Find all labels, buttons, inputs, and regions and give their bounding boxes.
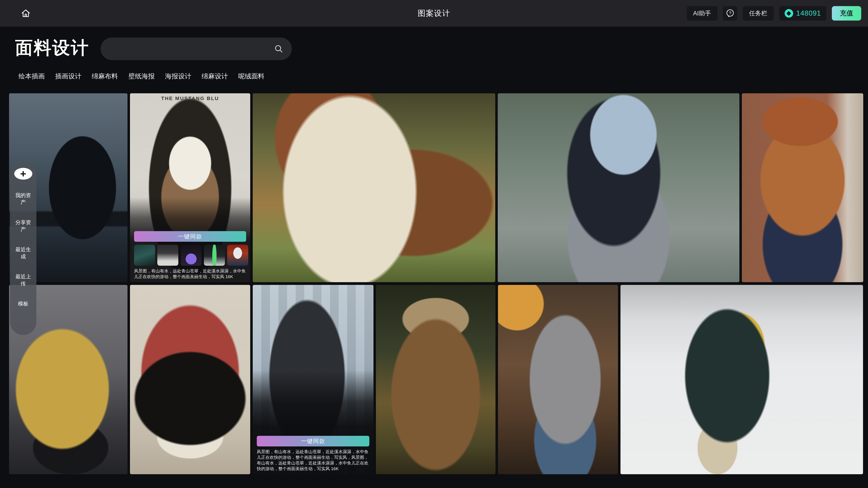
card-red-drape[interactable]: [130, 285, 250, 474]
sidebar-item-2[interactable]: 分享资产: [16, 219, 31, 233]
category-tabs: 绘本插画插画设计绵麻布料壁纸海报海报设计绵麻设计呢绒面料: [19, 72, 265, 81]
topbar-actions: AI助手 ? 任务栏 148091 充值: [687, 6, 861, 21]
coin-icon: [784, 9, 793, 18]
search-icon[interactable]: [274, 44, 284, 54]
page-title: 面料设计: [15, 36, 89, 60]
card-cowgirl[interactable]: [742, 93, 863, 282]
asset-sidebar: + 我的资产分享资产最近生成最近上传模板: [10, 162, 36, 335]
card-overlay: 一键同款风景图，有山有水，远处青山苍翠，近处溪水潺潺，水中鱼儿正在欢快的游动，整…: [134, 231, 246, 280]
image-gallery: THE MUSTANG BLU一键同款风景图，有山有水，远处青山苍翠，近处溪水潺…: [9, 93, 863, 477]
taskbar-button[interactable]: 任务栏: [743, 6, 774, 21]
search-box[interactable]: [101, 37, 292, 60]
sidebar-items: 我的资产分享资产最近生成最近上传模板: [16, 192, 31, 307]
photo-signage-text: THE MUSTANG BLU: [130, 96, 250, 101]
credits-badge[interactable]: 148091: [779, 6, 827, 21]
card-dark-coat-city[interactable]: 一键同款风景图，有山有水，远处青山苍翠，近处溪水潺潺，水中鱼儿正在欢快的游动，整…: [253, 285, 373, 474]
sidebar-item-4[interactable]: 最近上传: [16, 273, 31, 287]
help-icon: ?: [725, 8, 735, 18]
prompt-caption: 风景图，有山有水，远处青山苍翠，近处溪水潺潺，水中鱼儿正在欢快的游动，整个画面美…: [257, 449, 369, 471]
sidebar-item-3[interactable]: 最近生成: [16, 246, 31, 260]
tab-5[interactable]: 海报设计: [165, 72, 191, 81]
card-snow-scarf[interactable]: [620, 285, 863, 474]
prompt-caption: 风景图，有山有水，远处青山苍翠，近处溪水潺潺，水中鱼儿正在欢快的游动，整个画面美…: [134, 268, 246, 280]
search-input[interactable]: [101, 45, 274, 53]
thumbnail-5[interactable]: [227, 245, 248, 266]
tab-4[interactable]: 壁纸海报: [128, 72, 155, 81]
tab-3[interactable]: 绵麻布料: [92, 72, 118, 81]
page-top-title: 图案设计: [418, 8, 450, 19]
svg-text:?: ?: [729, 11, 731, 15]
same-style-button[interactable]: 一键同款: [257, 436, 369, 447]
tab-2[interactable]: 插画设计: [55, 72, 81, 81]
card-mustang-blu[interactable]: THE MUSTANG BLU一键同款风景图，有山有水，远处青山苍翠，近处溪水潺…: [130, 93, 250, 282]
tab-6[interactable]: 绵麻设计: [202, 72, 228, 81]
ai-assistant-button[interactable]: AI助手: [687, 6, 717, 21]
recharge-button[interactable]: 充值: [832, 6, 861, 21]
tab-1[interactable]: 绘本插画: [19, 72, 45, 81]
sidebar-item-1[interactable]: 我的资产: [16, 192, 31, 206]
gallery-row-1: THE MUSTANG BLU一键同款风景图，有山有水，远处青山苍翠，近处溪水潺…: [9, 93, 863, 282]
add-button[interactable]: +: [14, 168, 32, 180]
thumbnail-3[interactable]: [181, 245, 202, 266]
gallery-row-2: 一键同款风景图，有山有水，远处青山苍翠，近处溪水潺潺，水中鱼儿正在欢快的游动，整…: [9, 285, 863, 474]
card-girl-horse[interactable]: [253, 93, 495, 282]
home-icon: [21, 8, 31, 19]
thumbnail-1[interactable]: [134, 245, 155, 266]
help-button[interactable]: ?: [723, 6, 737, 21]
credits-count: 148091: [796, 9, 821, 18]
plus-icon: +: [20, 168, 26, 179]
sidebar-item-5[interactable]: 模板: [16, 300, 31, 307]
home-button[interactable]: [20, 7, 32, 20]
top-bar: 图案设计 AI助手 ? 任务栏 148091 充值: [0, 0, 868, 27]
thumbnail-4[interactable]: [204, 245, 225, 266]
thumbnail-2[interactable]: [157, 245, 178, 266]
tab-7[interactable]: 呢绒面料: [238, 72, 265, 81]
card-workshop[interactable]: [498, 285, 618, 474]
card-boho-forest[interactable]: [376, 285, 495, 474]
card-blazer-street[interactable]: [498, 93, 739, 282]
thumbnail-strip: [134, 245, 246, 266]
card-overlay: 一键同款风景图，有山有水，远处青山苍翠，近处溪水潺潺，水中鱼儿正在欢快的游动，整…: [257, 436, 369, 471]
same-style-button[interactable]: 一键同款: [134, 231, 246, 242]
